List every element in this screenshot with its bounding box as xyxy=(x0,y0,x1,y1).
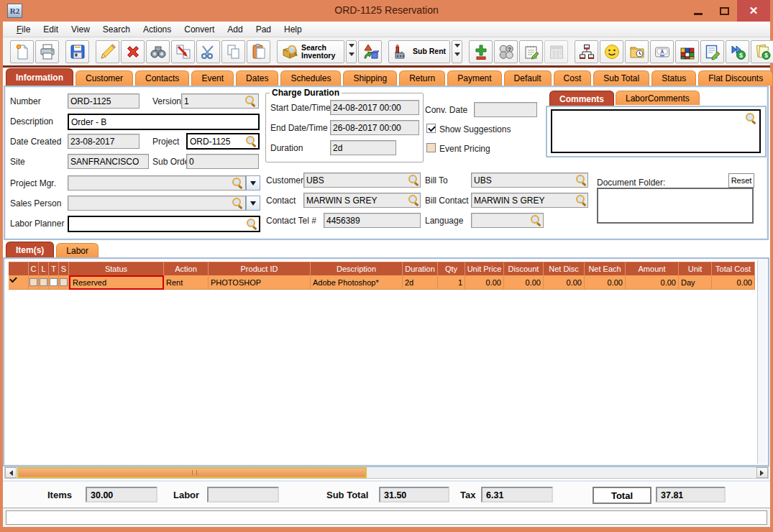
bill-to-field[interactable]: UBS xyxy=(471,173,588,188)
blocks-button[interactable] xyxy=(675,40,699,63)
save-button[interactable] xyxy=(65,40,89,63)
cell-t[interactable] xyxy=(49,275,59,290)
keyboard-button[interactable]: A xyxy=(650,40,674,63)
tab-event[interactable]: Event xyxy=(191,70,234,86)
t-checkbox[interactable] xyxy=(50,278,58,286)
total-button[interactable]: Total xyxy=(593,487,651,504)
col-discount[interactable]: Discount xyxy=(504,262,544,275)
sub-rent-button[interactable]: Sub Rent xyxy=(388,40,450,63)
sales-person-dropdown[interactable] xyxy=(246,196,260,211)
vertical-scrollbar[interactable] xyxy=(757,260,767,464)
end-date-field[interactable]: 26-08-2017 00:00 xyxy=(330,120,419,135)
col-unit-price[interactable]: Unit Price xyxy=(465,262,504,275)
paste-button[interactable] xyxy=(247,40,270,63)
site-field[interactable]: SANFRANCISCO xyxy=(68,154,149,169)
duration-field[interactable]: 2d xyxy=(330,140,396,155)
cell-unit-price[interactable]: 0.00 xyxy=(465,275,504,290)
col-description[interactable]: Description xyxy=(311,262,403,275)
tab-sub-total[interactable]: Sub Total xyxy=(593,70,649,86)
cell-net-disc[interactable]: 0.00 xyxy=(544,275,585,290)
tab-flat-discounts[interactable]: Flat Discounts xyxy=(698,70,773,86)
tab-cost[interactable]: Cost xyxy=(554,70,592,86)
event-pricing-checkbox[interactable] xyxy=(426,143,436,152)
col-product-id[interactable]: Product ID xyxy=(209,262,311,275)
cell-unit[interactable]: Day xyxy=(679,275,712,290)
labor-planner-field[interactable] xyxy=(68,216,260,232)
invoice-dollar-button[interactable]: $ xyxy=(751,40,773,63)
cell-total-cost[interactable]: 0.00 xyxy=(712,275,755,290)
customer-search-icon[interactable] xyxy=(408,174,419,185)
search-inventory-spinner[interactable] xyxy=(346,40,357,63)
col-c[interactable]: C xyxy=(29,262,39,275)
l-checkbox[interactable] xyxy=(40,278,47,286)
horizontal-scrollbar[interactable] xyxy=(4,467,769,479)
print-button[interactable] xyxy=(35,40,59,63)
description-field[interactable]: Order - B xyxy=(68,114,260,130)
tab-default[interactable]: Default xyxy=(504,70,552,86)
cell-net-each[interactable]: 0.00 xyxy=(585,275,626,290)
bill-to-search-icon[interactable] xyxy=(575,174,587,185)
tab-comments[interactable]: Comments xyxy=(549,91,614,106)
cell-s[interactable] xyxy=(59,275,69,290)
transfer-button[interactable] xyxy=(171,40,195,63)
find-button[interactable] xyxy=(146,40,170,63)
project-mgr-dropdown[interactable] xyxy=(246,175,260,191)
search-inventory-button[interactable]: Search Inventory xyxy=(277,40,344,63)
folder-button[interactable] xyxy=(625,40,649,63)
col-action[interactable]: Action xyxy=(164,262,209,275)
edit-button[interactable] xyxy=(96,40,119,63)
tab-contacts[interactable]: Contacts xyxy=(135,70,189,86)
number-field[interactable]: ORD-1125 xyxy=(68,93,139,109)
smiley-button[interactable] xyxy=(600,40,623,63)
project-search-icon[interactable] xyxy=(245,135,257,147)
comments-textarea[interactable] xyxy=(551,109,761,153)
bill-contact-field[interactable]: MARWIN S GREY xyxy=(471,193,588,208)
col-net-disc[interactable]: Net Disc xyxy=(544,262,585,275)
col-amount[interactable]: Amount xyxy=(626,262,679,275)
tab-shipping[interactable]: Shipping xyxy=(343,70,397,86)
s-checkbox[interactable] xyxy=(60,278,68,286)
sub-orders-field[interactable]: 0 xyxy=(186,154,259,169)
show-suggestions-checkbox[interactable] xyxy=(426,124,436,133)
customer-field[interactable]: UBS xyxy=(303,173,421,188)
bill-contact-search-icon[interactable] xyxy=(575,194,587,206)
cell-amount[interactable]: 0.00 xyxy=(626,275,679,290)
col-net-each[interactable]: Net Each xyxy=(585,262,626,275)
cell-duration[interactable]: 2d xyxy=(403,275,438,290)
copy-button[interactable] xyxy=(221,40,245,63)
col-qty[interactable]: Qty xyxy=(438,262,465,275)
menu-actions[interactable]: Actions xyxy=(137,23,178,36)
cell-status[interactable]: Reserved xyxy=(69,275,164,290)
scroll-left-button[interactable] xyxy=(5,467,17,478)
tab-items[interactable]: Item(s) xyxy=(6,242,54,257)
col-total-cost[interactable]: Total Cost xyxy=(712,262,755,275)
menu-view[interactable]: View xyxy=(65,23,96,36)
date-created-field[interactable]: 23-08-2017 xyxy=(68,134,139,149)
add-remove-button[interactable] xyxy=(469,40,493,63)
cell-action[interactable]: Rent xyxy=(164,275,209,290)
start-date-field[interactable]: 24-08-2017 00:00 xyxy=(330,100,419,115)
conv-date-field[interactable] xyxy=(474,102,537,117)
sales-person-field[interactable] xyxy=(68,196,246,211)
menu-search[interactable]: Search xyxy=(96,23,137,36)
tab-dates[interactable]: Dates xyxy=(236,70,278,86)
shapes-button[interactable] xyxy=(358,40,382,63)
menu-help[interactable]: Help xyxy=(278,23,308,36)
cell-description[interactable]: Adobe Photoshop* xyxy=(311,275,403,290)
col-t[interactable]: T xyxy=(49,262,59,275)
cell-product-id[interactable]: PHOTOSHOP xyxy=(209,275,311,290)
scrollbar-thumb[interactable] xyxy=(17,467,367,478)
col-l[interactable]: L xyxy=(39,262,49,275)
col-status[interactable]: Status xyxy=(69,262,164,275)
tab-customer[interactable]: Customer xyxy=(76,70,133,86)
menu-convert[interactable]: Convert xyxy=(178,23,221,36)
cell-discount[interactable]: 0.00 xyxy=(504,275,544,290)
sub-rent-spinner[interactable] xyxy=(452,40,462,63)
delete-button[interactable] xyxy=(121,40,145,63)
tab-payment[interactable]: Payment xyxy=(447,70,501,86)
version-search-icon[interactable] xyxy=(244,95,256,106)
group-help-button[interactable]: ? xyxy=(494,40,518,63)
tab-labor-comments[interactable]: LaborComments xyxy=(616,91,700,105)
cell-qty[interactable]: 1 xyxy=(438,275,465,290)
col-duration[interactable]: Duration xyxy=(403,262,438,275)
